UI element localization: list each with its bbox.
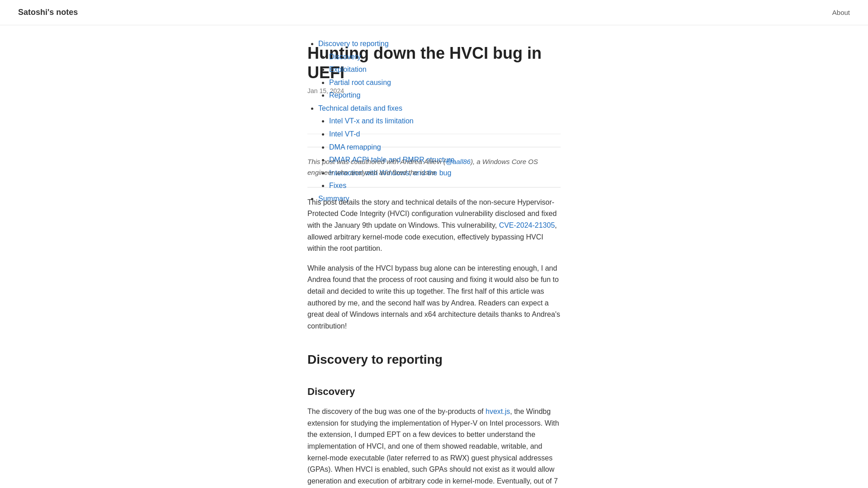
subsection-discovery: Discovery bbox=[307, 384, 561, 399]
toc-sublink[interactable]: Discovery bbox=[329, 53, 361, 61]
toc-sublink[interactable]: DMA remapping bbox=[329, 143, 381, 151]
toc-sublink[interactable]: Partial root causing bbox=[329, 79, 391, 86]
toc-sublink[interactable]: Reporting bbox=[329, 91, 360, 99]
discovery-paragraph: The discovery of the bug was one of the … bbox=[307, 406, 561, 488]
toc-subitem: Fixes bbox=[329, 180, 454, 192]
toc-sublink[interactable]: Exploitation bbox=[329, 66, 367, 73]
toc-subitem: Reporting bbox=[329, 89, 454, 101]
toc-sublink[interactable]: Intel VT-d bbox=[329, 130, 360, 138]
toc-sublink[interactable]: Fixes bbox=[329, 182, 346, 189]
toc-link[interactable]: Technical details and fixes bbox=[318, 104, 402, 112]
toc-sublist: Intel VT-x and its limitationIntel VT-dD… bbox=[318, 115, 454, 192]
toc-subitem: Intel VT-x and its limitation bbox=[329, 115, 454, 127]
coauthor-note: This post was coauthored with Andrea All… bbox=[307, 156, 561, 178]
toc-subitem: Intel VT-d bbox=[329, 128, 454, 140]
navbar: Satoshi's notes About bbox=[0, 0, 868, 25]
toc-item: Discovery to reportingDiscoveryExploitat… bbox=[318, 38, 454, 101]
hvextjs-link[interactable]: hvext.js bbox=[486, 408, 510, 415]
section-discovery-to-reporting: Discovery to reporting bbox=[307, 350, 561, 370]
toc-sublist: DiscoveryExploitationPartial root causin… bbox=[318, 51, 454, 101]
toc-subitem: Exploitation bbox=[329, 64, 454, 75]
toc-item: Technical details and fixesIntel VT-x an… bbox=[318, 103, 454, 192]
coauthor-note-before: This post was coauthored with Andrea All… bbox=[307, 158, 446, 165]
intro-paragraph-1: This post details the story and technica… bbox=[307, 197, 561, 254]
toc-sublink[interactable]: Intel VT-x and its limitation bbox=[329, 117, 414, 125]
toc-link[interactable]: Discovery to reporting bbox=[318, 40, 389, 47]
toc-subitem: Discovery bbox=[329, 51, 454, 63]
about-link[interactable]: About bbox=[832, 7, 850, 18]
toc-subitem: Partial root causing bbox=[329, 77, 454, 89]
intro-paragraph-2: While analysis of the HVCI bypass bug al… bbox=[307, 263, 561, 332]
coauthor-handle-link[interactable]: @aall86 bbox=[446, 158, 471, 165]
table-of-contents: Discovery to reportingDiscoveryExploitat… bbox=[307, 109, 561, 134]
content-wrapper: Hunting down the HVCI bug in UEFI Jan 15… bbox=[298, 25, 570, 488]
site-title[interactable]: Satoshi's notes bbox=[18, 6, 78, 19]
cve-link[interactable]: CVE-2024-21305 bbox=[499, 221, 555, 229]
toc-subitem: DMA remapping bbox=[329, 141, 454, 153]
